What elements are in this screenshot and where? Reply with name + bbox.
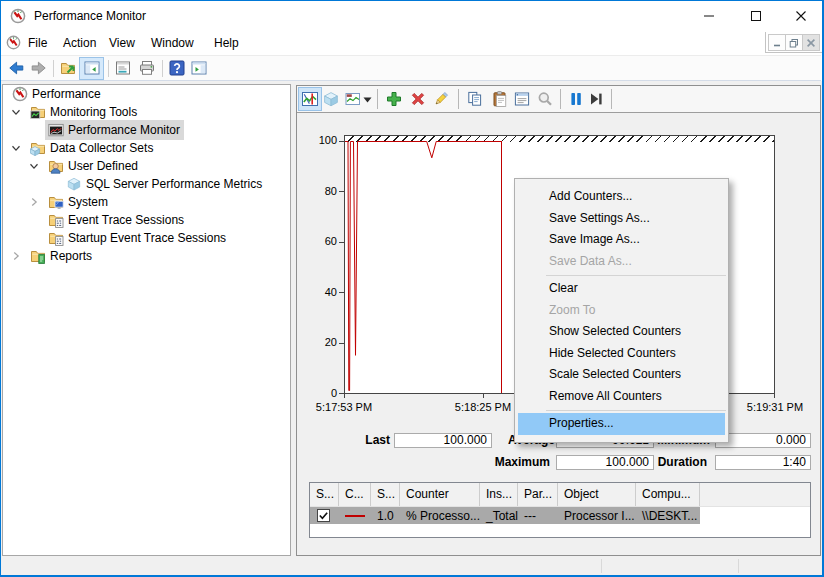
tree-item-startup-event-trace-sessions[interactable]: Startup Event Trace Sessions — [3, 229, 289, 247]
show-action-pane-icon[interactable] — [190, 59, 208, 77]
mdi-close-button[interactable] — [802, 34, 820, 51]
tree-item-event-trace-sessions[interactable]: Event Trace Sessions — [3, 211, 289, 229]
delete-counter-icon[interactable] — [409, 90, 427, 108]
y-axis-label: 40 — [301, 286, 337, 299]
freeze-display-icon[interactable] — [567, 90, 585, 108]
counter-parent-cell: --- — [518, 509, 558, 523]
show-checkbox[interactable] — [317, 509, 330, 522]
perfmon-toolbar — [297, 86, 820, 113]
minimize-button[interactable] — [685, 1, 732, 31]
menu-help[interactable]: Help — [214, 31, 239, 55]
counter-row[interactable]: 1.0 % Processo... _Total --- Processor I… — [310, 507, 700, 524]
view-current-activity-icon[interactable] — [301, 90, 319, 108]
toolbar-separator — [377, 89, 378, 109]
menu-item-show-selected-counters[interactable]: Show Selected Counters — [515, 321, 728, 343]
tree-item-monitoring-tools[interactable]: Monitoring Tools — [3, 103, 289, 121]
menu-separator — [546, 275, 726, 276]
counter-color-swatch — [345, 515, 365, 517]
counter-name-cell: % Processo... — [400, 509, 480, 523]
menubar-app-icon — [6, 35, 21, 50]
toolbar-separator — [611, 89, 612, 109]
menu-item-properties[interactable]: Properties... — [518, 413, 725, 435]
column-header-parent[interactable]: Par... — [518, 483, 558, 506]
toolbar-separator — [53, 60, 54, 77]
tree-item-performance[interactable]: Performance — [3, 85, 289, 103]
y-axis-tick — [339, 191, 344, 192]
y-axis-tick — [339, 292, 344, 293]
tree-item-reports[interactable]: Reports — [3, 247, 289, 265]
tree-item-sql-server-performance-metrics[interactable]: SQL Server Performance Metrics — [3, 175, 289, 193]
folder-monitor-icon — [48, 194, 64, 210]
maximize-button[interactable] — [732, 1, 779, 31]
menu-action[interactable]: Action — [63, 31, 96, 55]
counter-scale-cell: 1.0 — [371, 509, 400, 523]
status-bar — [1, 557, 822, 575]
tree-item-data-collector-sets[interactable]: Data Collector Sets — [3, 139, 289, 157]
tree-item-user-defined[interactable]: User Defined — [3, 157, 289, 175]
window-title: Performance Monitor — [34, 1, 146, 31]
menu-item-clear[interactable]: Clear — [515, 278, 728, 300]
chevron-right-icon[interactable] — [9, 248, 23, 264]
paste-counter-list-icon[interactable] — [491, 90, 509, 108]
y-axis-label: 20 — [301, 336, 337, 349]
menu-item-scale-selected-counters[interactable]: Scale Selected Counters — [515, 364, 728, 386]
menu-view[interactable]: View — [109, 31, 135, 55]
column-header-scale[interactable]: S... — [371, 483, 400, 506]
forward-icon[interactable] — [30, 59, 48, 77]
counter-color-cell — [339, 515, 371, 517]
maximum-label: Maximum — [450, 455, 550, 470]
tree-item-system[interactable]: System — [3, 193, 289, 211]
column-header-counter[interactable]: Counter — [400, 483, 480, 506]
print-icon[interactable] — [138, 59, 156, 77]
highlight-icon[interactable] — [432, 90, 450, 108]
tree-item-performance-monitor[interactable]: Performance Monitor — [3, 121, 289, 139]
menu-item-hide-selected-counters[interactable]: Hide Selected Counters — [515, 343, 728, 365]
mdi-minimize-button[interactable] — [768, 34, 786, 51]
column-header-object[interactable]: Object — [558, 483, 636, 506]
console-tree: Performance Monitoring Tools Performance… — [3, 85, 289, 265]
minimize-icon — [704, 11, 714, 21]
export-list-icon[interactable] — [114, 59, 132, 77]
copy-properties-icon[interactable] — [466, 90, 484, 108]
x-axis-tick — [483, 394, 484, 398]
chevron-down-icon[interactable] — [27, 158, 41, 174]
help-icon[interactable] — [168, 59, 186, 77]
view-log-data-icon[interactable] — [322, 90, 340, 108]
properties-icon[interactable] — [513, 90, 531, 108]
column-header-computer[interactable]: Compu... — [636, 483, 700, 506]
menu-item-add-counters[interactable]: Add Counters... — [515, 186, 728, 208]
mdi-controls — [769, 34, 820, 51]
column-header-filler — [700, 483, 810, 506]
back-icon[interactable] — [7, 59, 25, 77]
graph-type-dropdown-caret[interactable] — [363, 97, 372, 103]
column-header-instance[interactable]: Ins... — [480, 483, 518, 506]
mdi-restore-button[interactable] — [785, 34, 803, 51]
show-console-tree-icon[interactable] — [83, 59, 101, 77]
menu-item-save-image-as[interactable]: Save Image As... — [515, 229, 728, 251]
x-axis-tick — [344, 394, 345, 398]
menu-file[interactable]: File — [28, 31, 47, 55]
update-data-icon[interactable] — [587, 90, 605, 108]
close-button[interactable] — [779, 1, 822, 31]
status-bar-separator — [738, 559, 739, 573]
menu-window[interactable]: Window — [151, 31, 194, 55]
mdi-close-icon — [806, 38, 816, 48]
menu-item-remove-all-counters[interactable]: Remove All Counters — [515, 386, 728, 408]
zoom-icon[interactable] — [536, 90, 554, 108]
chevron-down-icon[interactable] — [9, 140, 23, 156]
add-counter-icon[interactable] — [385, 90, 403, 108]
chevron-right-icon[interactable] — [27, 194, 41, 210]
chevron-down-icon[interactable] — [9, 104, 23, 120]
tree-selection-highlight: Performance Monitor — [45, 120, 184, 140]
menu-item-save-settings-as[interactable]: Save Settings As... — [515, 208, 728, 230]
column-header-show[interactable]: S... — [310, 483, 339, 506]
column-header-color[interactable]: C... — [339, 483, 371, 506]
perfmon-gauge-icon — [12, 86, 28, 102]
counter-computer-cell: \\DESKT... — [636, 509, 700, 523]
y-axis-label: 80 — [301, 185, 337, 198]
up-folder-icon[interactable] — [60, 59, 78, 77]
change-graph-type-icon[interactable] — [344, 90, 362, 108]
counter-legend-table: S... C... S... Counter Ins... Par... Obj… — [309, 482, 811, 538]
folder-trace-icon — [48, 212, 64, 228]
folder-user-icon — [48, 158, 64, 174]
